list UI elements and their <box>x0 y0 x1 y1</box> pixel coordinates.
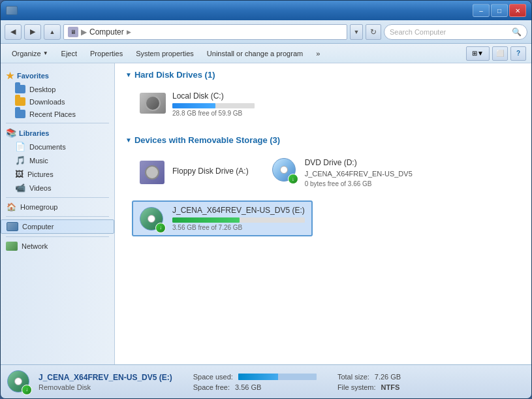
maximize-button[interactable]: □ <box>491 4 508 17</box>
organize-button[interactable]: Organize ▼ <box>6 46 54 61</box>
title-bar-controls: – □ ✕ <box>473 4 526 17</box>
desktop-icon <box>15 85 25 93</box>
space-free-label: Space free: <box>193 383 230 391</box>
main-window: – □ ✕ ◀ ▶ ▲ 🖥 ▶ Computer ▶ ▼ ↻ Search Co… <box>0 0 532 399</box>
removable-e-bar <box>172 217 305 223</box>
sidebar-item-recent[interactable]: Recent Places <box>1 108 114 120</box>
up-button[interactable]: ▲ <box>44 24 61 40</box>
sidebar-item-videos[interactable]: 📹 Videos <box>1 181 114 195</box>
sidebar-item-desktop[interactable]: Desktop <box>1 83 114 95</box>
lib-icon: 📚 <box>6 128 16 138</box>
path-icon: 🖥 <box>68 27 78 37</box>
system-properties-label: System properties <box>136 50 194 57</box>
floppy-name: Floppy Disk Drive (A:) <box>172 167 249 176</box>
help-button[interactable]: ? <box>510 46 526 61</box>
sidebar-divider-4 <box>6 236 109 237</box>
floppy-icon-container <box>140 161 166 184</box>
status-details: Space used: Space free: 3.56 GB <box>193 373 317 391</box>
search-box[interactable]: Search Computer 🔍 <box>384 24 527 40</box>
hard-disk-title: ▼ Hard Disk Drives (1) <box>125 70 521 80</box>
status-usage-bar <box>238 374 317 380</box>
dvd-info: DVD Drive (D:) J_CENA_X64FREV_EN-US_DV5 … <box>305 158 413 187</box>
removable-e-icon: ↓ <box>140 207 166 231</box>
recent-icon <box>15 110 25 118</box>
sidebar-item-network[interactable]: Network <box>1 240 114 253</box>
minimize-button[interactable]: – <box>473 4 490 17</box>
computer-label: Computer <box>22 223 54 231</box>
path-text: Computer <box>89 27 124 37</box>
favorites-label: Favorites <box>17 72 49 80</box>
removable-arrow: ▼ <box>125 136 132 144</box>
local-disk-item[interactable]: Local Disk (C:) 28.8 GB free of 59.9 GB <box>132 86 262 122</box>
hard-disk-section: ▼ Hard Disk Drives (1) Local Disk (C:) <box>125 70 521 122</box>
properties-button[interactable]: Properties <box>84 46 129 61</box>
libraries-header[interactable]: 📚 Libraries <box>1 126 114 140</box>
sidebar-item-music[interactable]: 🎵 Music <box>1 153 114 167</box>
file-system-row: File system: NTFS <box>337 383 401 391</box>
favorites-header[interactable]: ★ Favorites <box>1 69 114 83</box>
space-free-value: 3.56 GB <box>235 383 261 391</box>
system-properties-button[interactable]: System properties <box>130 46 200 61</box>
close-button[interactable]: ✕ <box>509 4 526 17</box>
documents-icon: 📄 <box>15 142 25 152</box>
recent-label: Recent Places <box>29 110 76 118</box>
search-placeholder: Search Computer <box>390 28 446 36</box>
organize-arrow: ▼ <box>43 50 48 56</box>
sidebar-item-documents[interactable]: 📄 Documents <box>1 140 114 153</box>
removable-e-item[interactable]: ↓ J_CENA_X64FREV_EN-US_DV5 (E:) 3.56 GB … <box>132 200 313 236</box>
local-disk-bar <box>172 103 255 108</box>
network-label: Network <box>22 242 48 250</box>
local-disk-icon <box>140 93 166 116</box>
preview-pane-button[interactable]: ⬜ <box>492 46 508 61</box>
removable-grid: Floppy Disk Drive (A:) ↓ <box>132 152 521 236</box>
removable-title: ▼ Devices with Removable Storage (3) <box>125 135 521 145</box>
forward-button[interactable]: ▶ <box>24 24 41 40</box>
status-info: J_CENA_X64FREV_EN-US_DV5 (E:) Removable … <box>39 373 172 391</box>
path-arrow: ▶ <box>127 29 131 35</box>
organize-label: Organize <box>12 50 41 57</box>
sidebar-item-pictures[interactable]: 🖼 Pictures <box>1 167 114 181</box>
address-dropdown[interactable]: ▼ <box>350 24 363 40</box>
floppy-info: Floppy Disk Drive (A:) <box>172 167 249 178</box>
more-label: » <box>316 50 320 57</box>
videos-icon: 📹 <box>15 183 25 193</box>
title-bar-left <box>6 6 18 15</box>
local-disk-name: Local Disk (C:) <box>172 91 255 101</box>
dvd-item[interactable]: ↓ DVD Drive (D:) J_CENA_X64FREV_EN-US_DV… <box>264 152 420 193</box>
removable-section: ▼ Devices with Removable Storage (3) Flo… <box>125 135 521 236</box>
title-bar: – □ ✕ <box>1 1 531 20</box>
music-label: Music <box>29 157 48 165</box>
refresh-button[interactable]: ↻ <box>366 24 381 40</box>
network-icon <box>6 242 18 251</box>
floppy-item[interactable]: Floppy Disk Drive (A:) <box>132 152 257 193</box>
address-bar: ◀ ▶ ▲ 🖥 ▶ Computer ▶ ▼ ↻ Search Computer… <box>1 20 531 44</box>
back-button[interactable]: ◀ <box>5 24 22 40</box>
sidebar-item-computer[interactable]: Computer <box>1 219 114 234</box>
view-toggle-button[interactable]: ⊞▼ <box>466 46 490 61</box>
dvd-arrow: ↓ <box>288 174 298 184</box>
address-path[interactable]: 🖥 ▶ Computer ▶ <box>63 24 347 40</box>
dvd-free: 0 bytes free of 3.66 GB <box>305 180 413 187</box>
sidebar-item-downloads[interactable]: Downloads <box>1 95 114 108</box>
more-button[interactable]: » <box>310 46 326 61</box>
local-disk-size: 28.8 GB free of 59.9 GB <box>172 110 255 117</box>
pictures-label: Pictures <box>27 170 54 178</box>
sidebar-item-homegroup[interactable]: 🏠 Homegroup <box>1 200 114 214</box>
music-icon: 🎵 <box>15 155 25 165</box>
uninstall-button[interactable]: Uninstall or change a program <box>201 46 309 61</box>
downloads-label: Downloads <box>29 98 65 106</box>
libraries-label: Libraries <box>19 129 49 137</box>
local-disk-info: Local Disk (C:) 28.8 GB free of 59.9 GB <box>172 91 255 117</box>
total-size-label: Total size: <box>337 373 369 381</box>
removable-title-text: Devices with Removable Storage (3) <box>134 135 280 145</box>
pictures-icon: 🖼 <box>15 169 23 179</box>
videos-label: Videos <box>29 184 51 192</box>
hard-disk-grid: Local Disk (C:) 28.8 GB free of 59.9 GB <box>132 86 521 122</box>
toolbar-right: ⊞▼ ⬜ ? <box>466 46 526 61</box>
sidebar-divider-3 <box>6 216 109 217</box>
status-drive-icon: ↓ <box>7 370 31 394</box>
downloads-icon <box>15 97 25 106</box>
eject-button[interactable]: Eject <box>55 46 83 61</box>
sidebar-divider-1 <box>6 123 109 123</box>
dvd-icon-container: ↓ <box>272 158 298 182</box>
